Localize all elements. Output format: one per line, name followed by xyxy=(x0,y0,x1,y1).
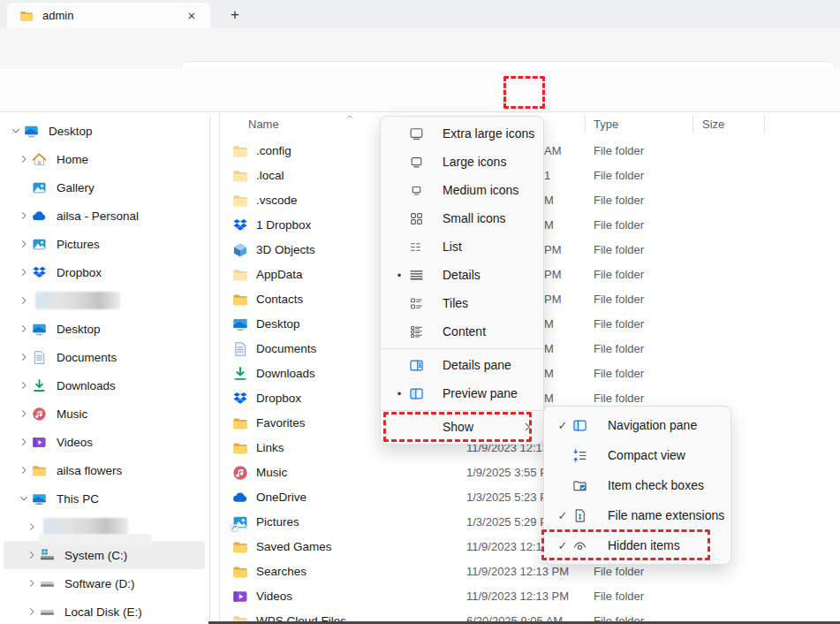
new-tab-button[interactable]: + xyxy=(223,4,247,27)
sidebar-item-desktop[interactable]: Desktop xyxy=(4,315,205,343)
menu-item-list[interactable]: List xyxy=(381,232,543,261)
column-divider[interactable] xyxy=(692,115,693,133)
menu-item-label: Show xyxy=(443,420,473,434)
submenu-item-label: Hidden items xyxy=(608,538,680,552)
folder-icon xyxy=(232,193,248,209)
sidebar-item-label: Dropbox xyxy=(57,266,102,279)
file-date-modified: PM xyxy=(544,263,562,287)
chevron-spacer xyxy=(16,179,32,195)
file-name: .config xyxy=(256,139,291,164)
file-name: AppData xyxy=(256,263,303,287)
sidebar-item-local-disk-e[interactable]: Local Disk (E:) xyxy=(4,597,205,624)
file-date-modified: 1 xyxy=(544,164,550,188)
file-type: File folder xyxy=(594,337,644,361)
menu-item-details[interactable]: •Details xyxy=(381,261,543,289)
videos-icon xyxy=(32,435,47,450)
file-row-music[interactable]: Music1/9/2025 3:55 PMFile folder xyxy=(220,460,840,485)
menu-item-medium-icons[interactable]: Medium icons xyxy=(381,176,543,204)
file-date-modified: M xyxy=(544,213,554,238)
file-name: Dropbox xyxy=(256,386,301,411)
chevron-right-icon[interactable] xyxy=(16,321,32,337)
chevron-right-icon[interactable] xyxy=(16,406,32,422)
navigation-bar: This PCSystem (C:)Usersadmin xyxy=(0,28,840,69)
sidebar-item-this-pc[interactable]: This PC xyxy=(4,484,205,513)
file-row-videos[interactable]: Videos11/9/2023 12:13 PMFile folder xyxy=(220,584,840,609)
chevron-right-icon[interactable] xyxy=(16,377,32,393)
chevron-right-icon[interactable] xyxy=(16,151,32,167)
folder-icon xyxy=(232,168,248,184)
chevron-right-icon[interactable] xyxy=(16,236,32,252)
sidebar-item-dropbox[interactable]: Dropbox xyxy=(4,258,205,286)
chevron-down-icon[interactable] xyxy=(16,491,32,506)
folder-icon xyxy=(232,539,248,555)
chevron-right-icon[interactable] xyxy=(16,349,32,365)
column-divider[interactable] xyxy=(764,115,765,133)
folder-icon xyxy=(232,143,248,159)
file-name: Videos xyxy=(256,584,292,609)
file-row-searches[interactable]: Searches11/9/2023 12:13 PMFile folder xyxy=(220,559,840,584)
file-type: File folder xyxy=(594,584,644,609)
submenu-item-compact-view[interactable]: Compact view xyxy=(544,440,730,470)
gallery-icon xyxy=(32,180,47,195)
file-explorer-window: admin × + This PCSystem (C:)Usersadmin N… xyxy=(0,0,840,624)
menu-item-small-icons[interactable]: Small icons xyxy=(381,204,543,232)
sidebar-scrollbar[interactable] xyxy=(209,117,210,620)
submenu-item-item-check-boxes[interactable]: Item check boxes xyxy=(544,470,730,500)
show-submenu: ✓Navigation paneCompact viewItem check b… xyxy=(543,406,731,565)
menu-item-extra-large-icons[interactable]: Extra large icons xyxy=(381,119,543,148)
sidebar-item-gallery[interactable]: Gallery xyxy=(4,173,205,202)
chevron-down-icon[interactable] xyxy=(8,123,24,139)
sidebar-item-videos[interactable]: Videos xyxy=(4,428,205,456)
tab-close-button[interactable]: × xyxy=(182,6,201,26)
submenu-item-label: Item check boxes xyxy=(608,478,704,492)
downloads-icon xyxy=(32,378,47,393)
column-header-size[interactable]: Size xyxy=(702,118,724,131)
v-tiles-icon xyxy=(409,296,424,311)
sidebar-item-desktop[interactable]: Desktop xyxy=(4,117,205,145)
submenu-item-navigation-pane[interactable]: ✓Navigation pane xyxy=(544,410,730,440)
menu-item-details-pane[interactable]: Details pane xyxy=(381,351,543,379)
file-row-saved-games[interactable]: Saved Games11/9/2023 12:13 PMFile folder xyxy=(220,535,840,559)
file-row-pictures[interactable]: Pictures1/3/2025 5:29 PMFile folder xyxy=(220,510,840,535)
column-header-type[interactable]: Type xyxy=(594,118,618,131)
folder-icon xyxy=(19,9,34,23)
file-name: Documents xyxy=(256,337,316,361)
sidebar-item-pictures[interactable]: Pictures xyxy=(4,230,205,258)
menu-item-label: Tiles xyxy=(443,296,468,310)
chevron-right-icon[interactable] xyxy=(24,575,40,591)
submenu-item-file-name-extensions[interactable]: ✓File name extensions xyxy=(544,500,730,530)
chevron-right-icon[interactable] xyxy=(24,547,40,563)
menu-item-content[interactable]: Content xyxy=(381,317,543,346)
sidebar-item-ailsa-flowers[interactable]: ailsa flowers xyxy=(4,456,205,484)
menu-item-label: Medium icons xyxy=(443,183,518,197)
window-tab[interactable]: admin × xyxy=(7,3,210,28)
file-date-modified: PM xyxy=(544,238,562,263)
chevron-right-icon[interactable] xyxy=(24,519,40,535)
chevron-right-icon[interactable] xyxy=(16,462,32,478)
sidebar-item-documents[interactable]: Documents xyxy=(4,343,205,371)
chevron-right-icon[interactable] xyxy=(16,208,32,224)
sidebar-item-ailsa-personal[interactable]: ailsa - Personal xyxy=(4,202,205,230)
file-type: File folder xyxy=(594,213,644,238)
menu-item-large-icons[interactable]: Large icons xyxy=(381,148,543,176)
tab-title: admin xyxy=(42,9,182,22)
sidebar-item-music[interactable]: Music xyxy=(4,400,205,428)
sidebar-item-home[interactable]: Home xyxy=(4,145,205,173)
menu-item-tiles[interactable]: Tiles xyxy=(381,289,543,317)
sidebar-item-software-d[interactable]: Software (D:) xyxy=(4,569,205,597)
file-name: Desktop xyxy=(256,312,300,337)
submenu-item-hidden-items[interactable]: ✓Hidden items xyxy=(544,530,730,560)
sidebar-item-downloads[interactable]: Downloads xyxy=(4,371,205,400)
sidebar-item-redacted[interactable] xyxy=(4,286,205,315)
file-row-onedrive[interactable]: OneDrive1/3/2025 5:23 PMFile folder xyxy=(220,485,840,510)
menu-item-show[interactable]: Show xyxy=(381,413,543,441)
column-header-name[interactable]: Name xyxy=(248,118,279,131)
chevron-right-icon[interactable] xyxy=(16,264,32,280)
chevron-right-icon[interactable] xyxy=(16,293,32,308)
chevron-right-icon[interactable] xyxy=(16,434,32,450)
s-compact-icon xyxy=(572,448,587,463)
menu-item-preview-pane[interactable]: •Preview pane xyxy=(381,379,543,407)
column-divider[interactable] xyxy=(585,115,586,133)
chevron-right-icon[interactable] xyxy=(24,604,40,620)
sidebar-item-label: Pictures xyxy=(57,238,100,251)
